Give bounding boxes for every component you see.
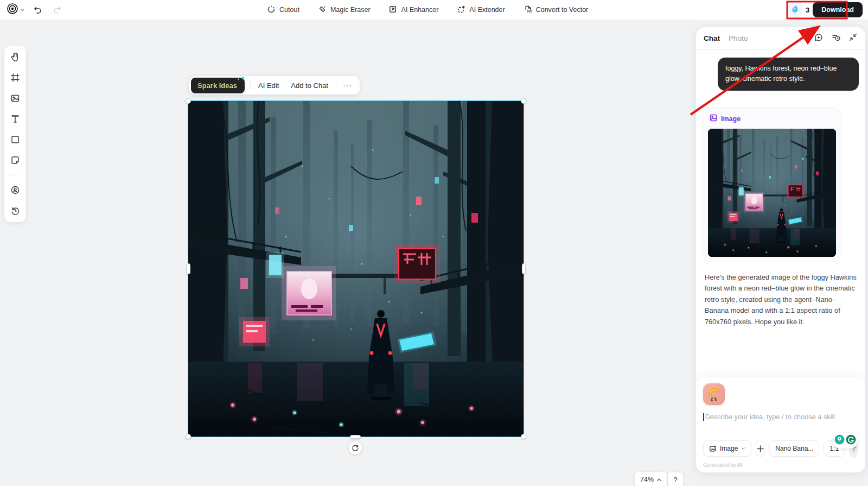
- image-type-icon: [709, 113, 718, 124]
- chat-history-icon[interactable]: [831, 33, 841, 45]
- model-selector[interactable]: Nano Bana...: [769, 440, 819, 457]
- history-icon[interactable]: [9, 205, 21, 217]
- chat-thread[interactable]: foggy, Hawkins forest, neon red–blue glo…: [696, 50, 865, 377]
- shape-tool-icon[interactable]: [9, 134, 21, 146]
- generated-image: [188, 101, 524, 437]
- credits-count: 3: [806, 6, 809, 14]
- text-tool-icon[interactable]: [9, 113, 21, 125]
- convert-to-vector-button[interactable]: SVG Convert to Vector: [524, 5, 589, 15]
- top-bar: Cutout Magic Eraser AI Enhancer AI Exten…: [0, 0, 868, 20]
- ai-tools-menu: Cutout Magic Eraser AI Enhancer AI Exten…: [267, 0, 588, 20]
- convert-to-vector-icon: SVG: [524, 5, 532, 15]
- help-button[interactable]: ?: [668, 472, 683, 486]
- water-drop-icon: [792, 4, 799, 15]
- prompt-placeholder: Describe your idea, type / to choose a s…: [705, 413, 835, 421]
- sparkle-small-icon: ✦: [237, 77, 240, 81]
- generated-by-ai-note: Generated by AI: [703, 462, 858, 468]
- redo-button[interactable]: [50, 3, 64, 17]
- magic-eraser-button[interactable]: Magic Eraser: [318, 5, 371, 15]
- svg-text:SVG: SVG: [527, 10, 532, 13]
- left-tool-rail: [4, 46, 26, 222]
- hand-tool-icon[interactable]: [9, 51, 21, 63]
- download-button[interactable]: Download: [813, 2, 863, 17]
- chat-panel-header: Chat Photo: [696, 27, 865, 50]
- spark-ideas-button[interactable]: Spark Ideas ✦ ✦: [191, 78, 245, 93]
- user-message-bubble: foggy, Hawkins forest, neon red–blue glo…: [718, 58, 859, 91]
- frame-tool-icon[interactable]: [9, 72, 21, 84]
- more-options-button[interactable]: ···: [339, 80, 356, 91]
- rotate-handle[interactable]: [349, 441, 362, 455]
- output-type-selector[interactable]: Image: [703, 440, 751, 457]
- zoom-control[interactable]: 74%: [635, 472, 667, 486]
- tab-photo[interactable]: Photo: [729, 34, 748, 42]
- rail-divider: [9, 175, 21, 175]
- nano-banana-agent-icon[interactable]: [703, 383, 725, 405]
- resize-handle-top-right[interactable]: [521, 98, 526, 104]
- suggestion-bulb-icon: [834, 434, 845, 447]
- ai-extender-button[interactable]: AI Extender: [457, 5, 505, 15]
- plus-icon: [757, 445, 764, 452]
- chevron-down-icon: [20, 5, 25, 15]
- canvas-image[interactable]: [188, 101, 524, 437]
- ai-enhancer-icon: [389, 5, 398, 15]
- assistant-message: Here's the generated image of the foggy …: [705, 272, 857, 327]
- account-icon[interactable]: [9, 184, 21, 196]
- image-tool-icon[interactable]: [9, 92, 21, 104]
- resize-handle-right[interactable]: [522, 263, 526, 274]
- selection-toolbar: Spark Ideas ✦ ✦ AI Edit Add to Chat ···: [189, 76, 360, 94]
- resize-handle-left[interactable]: [187, 263, 190, 274]
- cutout-icon: [267, 5, 276, 15]
- prompt-input[interactable]: Describe your idea, type / to choose a s…: [703, 413, 858, 421]
- generated-image-small: [708, 129, 836, 257]
- ai-edit-button[interactable]: AI Edit: [253, 79, 284, 92]
- cutout-button[interactable]: Cutout: [267, 5, 299, 15]
- generation-result-card: Image: [703, 107, 841, 262]
- undo-button[interactable]: [30, 3, 44, 17]
- chevron-down-icon: [741, 447, 745, 450]
- resize-handle-bottom-left[interactable]: [186, 434, 191, 439]
- sparkle-icon: ✦: [240, 74, 246, 82]
- result-type-label: Image: [721, 115, 741, 123]
- zoom-level: 74%: [640, 476, 654, 483]
- grammar-assistant-widget[interactable]: [833, 433, 858, 449]
- collapse-panel-icon[interactable]: [848, 33, 858, 44]
- new-chat-icon[interactable]: [814, 33, 824, 45]
- tab-chat[interactable]: Chat: [704, 34, 720, 42]
- generated-image-thumbnail[interactable]: [708, 129, 836, 257]
- resize-handle-bottom[interactable]: [350, 435, 361, 439]
- add-to-chat-button[interactable]: Add to Chat: [285, 79, 334, 92]
- credits-indicator[interactable]: [788, 3, 802, 17]
- app-logo-icon: [7, 3, 18, 17]
- magic-eraser-icon: [318, 5, 327, 15]
- image-plus-icon: [709, 445, 717, 452]
- text-caret: [703, 413, 704, 421]
- chat-panel: Chat Photo foggy, Hawkins forest, neon r…: [696, 27, 865, 472]
- chevron-up-icon: [656, 478, 662, 482]
- prompt-input-dock: Describe your idea, type / to choose a s…: [696, 377, 865, 472]
- ai-enhancer-button[interactable]: AI Enhancer: [389, 5, 439, 15]
- app-logo-menu[interactable]: [7, 3, 25, 17]
- notes-tool-icon[interactable]: [9, 154, 21, 166]
- grammarly-icon: [846, 434, 856, 447]
- add-attachment-button[interactable]: [756, 440, 765, 457]
- resize-handle-bottom-right[interactable]: [521, 434, 526, 439]
- ai-extender-icon: [457, 5, 465, 15]
- resize-handle-top-left[interactable]: [186, 98, 191, 104]
